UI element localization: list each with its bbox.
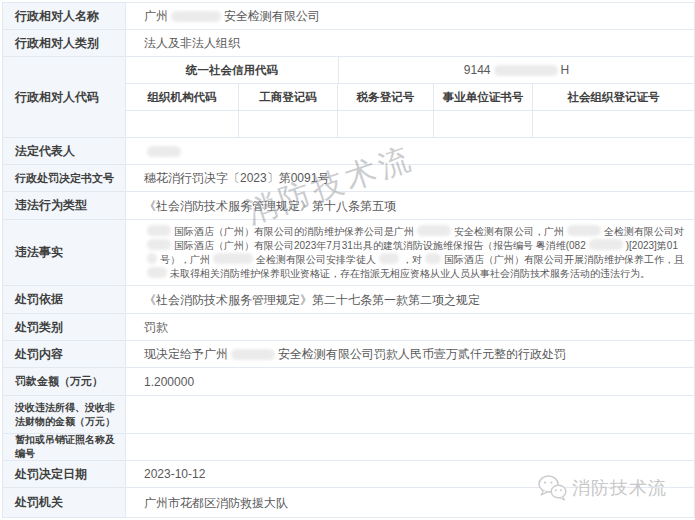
row-category: 处罚类别 罚款 [3,314,694,341]
code-headers-row: 组织机构代码 工商登记码 税务登记号 事业单位证书号 社会组织登记证号 [126,84,694,111]
party-code-subtable: 统一社会信用代码 9144H 组织机构代码 工商登记码 税务登记号 事业单位证书… [126,57,694,137]
basis-label: 处罚依据 [3,286,126,313]
social-org-header: 社会组织登记证号 [533,84,694,110]
tax-reg-value [338,111,434,137]
penalty-record-page: 行政相对人名称 广州安全检测有限公司 行政相对人类别 法人及非法人组织 行政相对… [0,0,695,520]
fine-amount-label: 罚款金额（万元） [3,368,126,395]
org-code-value [126,111,239,137]
fine-amount-value: 1.200000 [126,368,694,395]
row-confiscation: 没收违法所得、没收非法财物的金额（万元） [3,396,694,434]
row-party-type: 行政相对人类别 法人及非法人组织 [3,30,694,57]
redaction-blur [425,253,441,264]
violation-type-label: 违法行为类型 [3,192,126,219]
wechat-icon [537,474,567,501]
doc-number-value: 穗花消行罚决字〔2023〕第0091号 [126,165,694,191]
content-label: 处罚内容 [3,341,126,367]
redaction-blur [379,253,399,264]
redaction-blur [213,253,253,264]
row-party-name: 行政相对人名称 广州安全检测有限公司 [3,3,694,30]
decision-date-label: 处罚决定日期 [3,461,126,487]
institution-cert-header: 事业单位证书号 [434,84,533,110]
business-reg-value [239,111,338,137]
party-code-label: 行政相对人代码 [3,57,126,137]
content-value: 现决定给予广州安全检测有限公司罚款人民币壹万贰仟元整的行政处罚 [126,341,694,367]
row-basis: 处罚依据 《社会消防技术服务管理规定》第二十七条第一款第二项之规定 [3,286,694,314]
legal-rep-label: 法定代表人 [3,138,126,164]
redaction-blur [494,65,558,76]
basis-value: 《社会消防技术服务管理规定》第二十七条第一款第二项之规定 [126,286,694,313]
brand-logo-text: 消防技术流 [572,476,667,500]
credit-code-label: 统一社会信用代码 [126,57,339,83]
redaction-blur [147,253,157,264]
confiscation-value [126,396,694,433]
redaction-blur [417,225,451,236]
business-reg-header: 工商登记码 [239,84,338,110]
social-org-value [533,111,694,137]
row-fine-amount: 罚款金额（万元） 1.200000 [3,368,694,396]
party-type-label: 行政相对人类别 [3,30,126,56]
row-legal-rep: 法定代表人 [3,138,694,165]
doc-number-label: 行政处罚决定书文号 [3,165,126,191]
facts-label: 违法事实 [3,220,126,285]
redaction-blur [589,239,623,250]
license-revoke-value [126,434,694,460]
redaction-blur [171,11,221,22]
redaction-blur [147,267,167,278]
confiscation-label: 没收违法所得、没收非法财物的金额（万元） [3,396,126,433]
code-values-row [126,111,694,137]
facts-value: 国际酒店（广州）有限公司的消防维护保养公司是广州安全检测有限公司，广州全检测有限… [126,220,694,285]
redaction-blur [147,146,181,157]
violation-type-value: 《社会消防技术服务管理规定》第十八条第五项 [126,192,694,219]
row-doc-number: 行政处罚决定书文号 穗花消行罚决字〔2023〕第0091号 [3,165,694,192]
org-code-header: 组织机构代码 [126,84,239,110]
row-facts: 违法事实 国际酒店（广州）有限公司的消防维护保养公司是广州安全检测有限公司，广州… [3,220,694,286]
brand-logo: 消防技术流 [537,474,667,501]
row-content: 处罚内容 现决定给予广州安全检测有限公司罚款人民币壹万贰仟元整的行政处罚 [3,341,694,368]
institution-cert-value [434,111,533,137]
category-value: 罚款 [126,314,694,340]
redaction-blur [147,239,171,250]
party-name-label: 行政相对人名称 [3,3,126,29]
legal-rep-value [126,138,694,164]
authority-label: 处罚机关 [3,488,126,517]
row-violation-type: 违法行为类型 《社会消防技术服务管理规定》第十八条第五项 [3,192,694,220]
party-name-value: 广州安全检测有限公司 [126,3,694,29]
row-party-code: 行政相对人代码 统一社会信用代码 9144H 组织机构代码 工商登记码 税务登记… [3,57,694,138]
row-license-revoke: 暂扣或吊销证照名称及编号 [3,434,694,461]
credit-code-value: 9144H [339,57,694,83]
category-label: 处罚类别 [3,314,126,340]
redaction-blur [231,349,275,360]
penalty-table: 行政相对人名称 广州安全检测有限公司 行政相对人类别 法人及非法人组织 行政相对… [2,2,695,518]
tax-reg-header: 税务登记号 [338,84,434,110]
redaction-blur [567,225,601,236]
party-type-value: 法人及非法人组织 [126,30,694,56]
redaction-blur [147,225,171,236]
license-revoke-label: 暂扣或吊销证照名称及编号 [3,434,126,460]
credit-code-row: 统一社会信用代码 9144H [126,57,694,84]
